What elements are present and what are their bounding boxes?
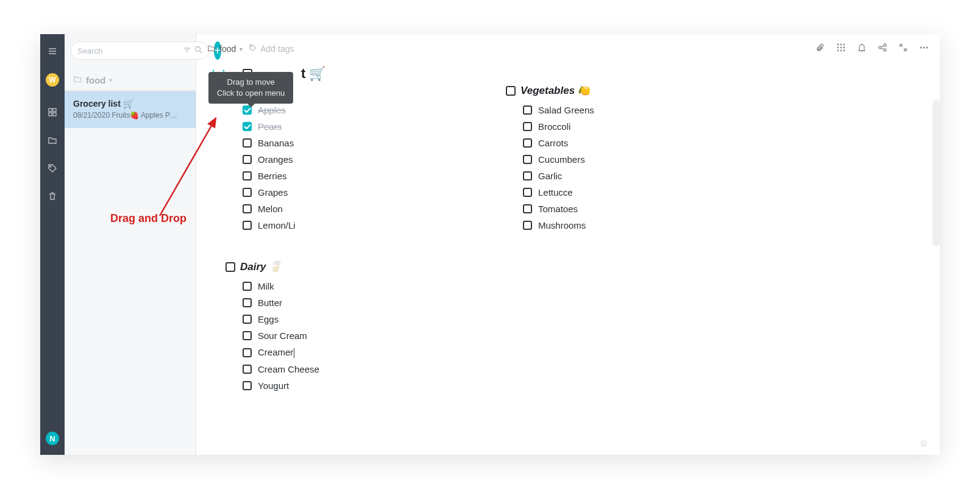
item-checkbox[interactable] <box>243 381 252 390</box>
item-checkbox[interactable] <box>243 298 252 307</box>
item-checkbox[interactable] <box>243 171 252 180</box>
group-label: Vegetables 🍋 <box>520 84 590 97</box>
svg-point-18 <box>840 47 842 49</box>
item-checkbox[interactable] <box>243 331 252 340</box>
folder-icon <box>207 44 216 54</box>
item-checkbox[interactable] <box>243 155 252 164</box>
tooltip-line: Click to open menu <box>217 88 285 99</box>
list-item[interactable]: Grapes <box>243 184 396 201</box>
svg-point-23 <box>879 46 881 49</box>
bell-icon[interactable] <box>857 43 867 55</box>
list-item[interactable]: Cucumbers <box>523 151 676 168</box>
cart-icon: 🛒 <box>123 99 133 109</box>
list-item[interactable]: Apples <box>243 102 396 118</box>
chevron-down-icon[interactable]: ▾ <box>240 46 243 52</box>
item-checkbox[interactable] <box>243 204 252 213</box>
menu-icon[interactable] <box>46 45 59 57</box>
list-item[interactable]: Lemon/Li <box>243 217 396 234</box>
list-item[interactable]: Melon <box>243 201 396 217</box>
list-item[interactable]: Sour Cream <box>243 327 396 344</box>
scrollbar[interactable] <box>932 100 940 246</box>
item-text: Lettucce <box>538 187 573 198</box>
list-item[interactable]: Berries <box>243 168 396 184</box>
group-label: Dairy 🥛 <box>240 260 282 273</box>
list-item[interactable]: Milk <box>243 278 396 294</box>
item-text: Bananas <box>258 138 294 148</box>
item-checkbox[interactable] <box>243 138 252 148</box>
list-item[interactable]: Salad Greens <box>523 102 676 118</box>
share-icon[interactable] <box>878 43 887 55</box>
list-item[interactable]: Tomatoes <box>523 201 676 217</box>
folder-icon <box>73 74 82 85</box>
list-item[interactable]: Pears <box>243 118 396 135</box>
item-text: Broccoli <box>538 121 570 132</box>
item-checkbox[interactable] <box>523 138 532 148</box>
note-list-item[interactable]: Grocery list 🛒 08/21/2020 Fruits🍓 Apples… <box>65 91 196 128</box>
filter-icon[interactable] <box>183 46 191 55</box>
item-checkbox[interactable] <box>243 188 252 197</box>
annotation-label: Drag and Drop <box>110 212 186 225</box>
item-checkbox[interactable] <box>243 282 252 291</box>
list-item[interactable]: Lettucce <box>523 184 676 201</box>
item-checkbox[interactable] <box>243 122 252 131</box>
item-checkbox[interactable] <box>243 365 252 374</box>
list-item[interactable]: Yougurt <box>243 377 396 394</box>
tooltip-line: Drag to move <box>217 77 285 88</box>
svg-rect-3 <box>49 109 52 112</box>
item-text: Creamer <box>258 347 294 358</box>
list-item[interactable]: Cream Cheese <box>243 361 396 377</box>
group-checkbox[interactable] <box>225 262 235 272</box>
item-checkbox[interactable] <box>523 171 532 180</box>
chevron-down-icon[interactable]: ▾ <box>109 77 112 84</box>
list-item[interactable]: Broccoli <box>523 118 676 135</box>
folder-header[interactable]: food ▾ <box>65 66 196 91</box>
folder-icon[interactable] <box>46 134 59 146</box>
apps-icon[interactable] <box>836 43 846 55</box>
item-checkbox[interactable] <box>243 221 252 230</box>
item-text: Apples <box>258 105 286 115</box>
svg-line-27 <box>881 48 884 49</box>
document-body[interactable]: ⋮⋮ ▾ t 🛒 Fruits 🍓 <box>196 63 940 455</box>
item-checkbox[interactable] <box>243 315 252 324</box>
grid-icon[interactable] <box>46 106 59 118</box>
group-checkbox[interactable] <box>506 86 516 96</box>
expand-icon[interactable] <box>898 43 908 55</box>
tag-icon[interactable] <box>46 162 59 174</box>
list-item[interactable]: Eggs <box>243 311 396 327</box>
add-tags[interactable]: Add tags <box>249 44 294 54</box>
list-item[interactable]: Oranges <box>243 151 396 168</box>
item-checkbox[interactable] <box>523 204 532 213</box>
list-item[interactable]: Mushrooms <box>523 217 676 234</box>
item-text: Milk <box>258 281 274 291</box>
more-icon[interactable] <box>919 43 929 55</box>
search-input-wrapper[interactable] <box>71 41 209 60</box>
list-item[interactable]: Carrots <box>523 135 676 151</box>
app-logo[interactable]: N <box>46 432 59 445</box>
item-checkbox[interactable] <box>243 348 252 357</box>
attachment-icon[interactable] <box>815 43 825 55</box>
item-text: Yougurt <box>258 380 289 391</box>
item-checkbox[interactable] <box>523 122 532 131</box>
item-checkbox[interactable] <box>523 105 532 115</box>
list-item[interactable]: Bananas <box>243 135 396 151</box>
svg-point-7 <box>50 166 51 167</box>
svg-rect-4 <box>53 109 56 112</box>
cart-icon: 🛒 <box>309 66 325 82</box>
emoji-picker-icon[interactable]: ☺ <box>919 438 929 449</box>
item-checkbox[interactable] <box>523 188 532 197</box>
item-text: Tomatoes <box>538 204 578 214</box>
search-input[interactable] <box>77 46 180 55</box>
list-item[interactable]: Butter <box>243 294 396 311</box>
item-checkbox[interactable] <box>523 221 532 230</box>
trash-icon[interactable] <box>46 190 59 202</box>
left-rail: W N <box>40 34 65 455</box>
item-text: Butter <box>258 298 282 308</box>
list-item[interactable]: Garlic <box>523 168 676 184</box>
group-vegetables: Vegetables 🍋 Salad GreensBroccoliCarrots… <box>506 84 676 234</box>
item-checkbox[interactable] <box>523 155 532 164</box>
drag-tooltip: Drag to move Click to open menu <box>208 72 293 104</box>
avatar[interactable]: W <box>46 73 59 87</box>
list-item[interactable]: Creamer <box>243 344 396 361</box>
breadcrumb-folder: food <box>219 44 236 54</box>
breadcrumb[interactable]: food ▾ <box>207 44 243 54</box>
